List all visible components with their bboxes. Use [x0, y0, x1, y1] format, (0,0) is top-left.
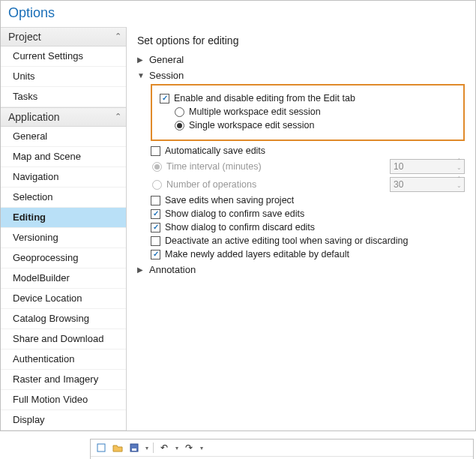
enable-editing-checkbox[interactable] [160, 94, 169, 104]
single-workspace-radio[interactable] [175, 121, 184, 130]
sidebar-item-selection[interactable]: Selection [1, 188, 126, 208]
time-interval-label: Time interval (minutes) [166, 161, 262, 172]
chevron-right-icon: ▶ [137, 266, 145, 274]
svg-rect-0 [97, 444, 105, 452]
open-icon[interactable] [112, 442, 124, 454]
chevron-up-icon: ⌃ [115, 112, 121, 122]
sidebar-item-full-motion-video[interactable]: Full Motion Video [1, 390, 126, 410]
sidebar-group-header[interactable]: Project⌃ [1, 27, 126, 46]
undo-icon[interactable]: ↶ [158, 442, 170, 454]
new-project-icon[interactable] [95, 442, 107, 454]
confirm-save-checkbox[interactable] [151, 209, 160, 219]
chevron-down-icon: ▼ [137, 71, 145, 80]
redo-icon[interactable]: ↷ [183, 442, 195, 454]
section-session[interactable]: ▼ Session [137, 70, 465, 81]
sidebar-item-general[interactable]: General [1, 127, 126, 147]
time-interval-spinner: 10 [390, 159, 465, 174]
sidebar-item-share-and-download[interactable]: Share and Download [1, 329, 126, 350]
num-operations-label: Number of operations [166, 179, 256, 190]
svg-rect-2 [132, 448, 136, 451]
options-window: Options Project⌃Current SettingsUnitsTas… [0, 0, 476, 431]
sidebar: Project⌃Current SettingsUnitsTasksApplic… [1, 27, 127, 430]
sidebar-item-map-and-scene[interactable]: Map and Scene [1, 147, 126, 167]
section-general[interactable]: ▶ General [137, 54, 465, 65]
multiple-workspace-label: Multiple workspace edit session [189, 106, 321, 117]
sidebar-item-versioning[interactable]: Versioning [1, 228, 126, 248]
section-annotation[interactable]: ▶ Annotation [137, 264, 465, 275]
sidebar-item-units[interactable]: Units [1, 67, 126, 87]
num-operations-radio [152, 180, 162, 190]
save-icon[interactable] [128, 442, 140, 454]
sidebar-item-display[interactable]: Display [1, 410, 126, 430]
multiple-workspace-radio[interactable] [175, 107, 184, 117]
confirm-discard-checkbox[interactable] [151, 223, 160, 232]
window-title: Options [1, 1, 475, 27]
sidebar-item-device-location[interactable]: Device Location [1, 289, 126, 309]
confirm-discard-label: Show dialog to confirm discard edits [165, 222, 315, 232]
ribbon-window: ▾ ↶ ▾ ↷ ▾ ProjectMapInsertAnalysisViewEd… [90, 439, 474, 459]
sidebar-item-navigation[interactable]: Navigation [1, 167, 126, 188]
confirm-save-label: Show dialog to confirm save edits [165, 208, 304, 219]
sidebar-item-authentication[interactable]: Authentication [1, 350, 126, 370]
chevron-down-icon[interactable]: ▾ [175, 445, 178, 452]
time-interval-radio [152, 162, 162, 172]
chevron-right-icon: ▶ [137, 56, 145, 64]
chevron-up-icon: ⌃ [115, 32, 121, 41]
auto-save-checkbox[interactable] [151, 146, 160, 156]
quick-access-toolbar: ▾ ↶ ▾ ↷ ▾ [91, 440, 473, 457]
sidebar-item-editing[interactable]: Editing [1, 208, 126, 228]
edit-session-highlight: Enable and disable editing from the Edit… [151, 84, 465, 141]
deactivate-tool-label: Deactivate an active editing tool when s… [165, 236, 409, 246]
auto-save-label: Automatically save edits [165, 146, 265, 156]
num-operations-spinner: 30 [390, 177, 465, 192]
sidebar-item-catalog-browsing[interactable]: Catalog Browsing [1, 309, 126, 329]
deactivate-tool-checkbox[interactable] [151, 236, 160, 246]
sidebar-item-current-settings[interactable]: Current Settings [1, 46, 126, 67]
sidebar-item-tasks[interactable]: Tasks [1, 87, 126, 107]
sidebar-item-modelbuilder[interactable]: ModelBuilder [1, 268, 126, 289]
content-panel: Set options for editing ▶ General ▼ Sess… [127, 27, 475, 430]
save-on-project-label: Save edits when saving project [165, 195, 294, 206]
make-editable-checkbox[interactable] [151, 250, 160, 260]
chevron-down-icon[interactable]: ▾ [200, 445, 203, 452]
save-on-project-checkbox[interactable] [151, 196, 160, 206]
content-heading: Set options for editing [137, 34, 465, 46]
single-workspace-label: Single workspace edit session [189, 120, 314, 130]
sidebar-group-header[interactable]: Application⌃ [1, 107, 126, 127]
enable-editing-label: Enable and disable editing from the Edit… [174, 93, 355, 104]
chevron-down-icon[interactable]: ▾ [145, 445, 148, 452]
sidebar-item-geoprocessing[interactable]: Geoprocessing [1, 248, 126, 268]
sidebar-item-raster-and-imagery[interactable]: Raster and Imagery [1, 370, 126, 390]
make-editable-label: Make newly added layers editable by defa… [165, 249, 349, 260]
